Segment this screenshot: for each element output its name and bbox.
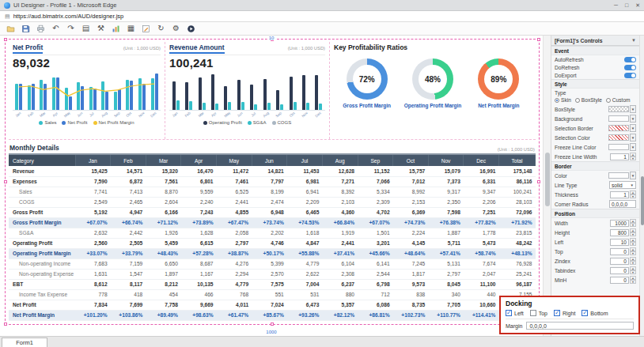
line-type-select[interactable]: solid▼ [609,181,636,189]
dock-checkbox-top[interactable]: Top [530,310,547,316]
table-cell: 2,206 [464,197,499,207]
edit-icon[interactable] [139,23,153,35]
doexport-toggle[interactable] [624,73,636,78]
refresh-icon[interactable]: ↻ [154,23,168,35]
maximize-icon[interactable]: □ [625,2,628,9]
radio-custom[interactable]: Custom [606,97,631,103]
run-icon[interactable] [184,23,198,35]
settings-icon[interactable]: ⚙ [169,23,183,35]
selection-handle[interactable] [537,180,540,183]
bar [199,77,202,110]
ratios-card[interactable]: Key Profitability Ratios 72%Gross Profit… [330,42,536,139]
boxstyle-swatch[interactable] [608,106,629,112]
dock-checkbox-left[interactable]: Left [506,310,524,316]
monthly-details-section[interactable]: Monthly Details (Unit : 1,000 USD) Categ… [9,143,536,322]
chevron-down-icon[interactable]: ▼ [630,124,636,132]
print-icon[interactable] [34,23,47,35]
table-cell: 5,711 [428,238,464,248]
spin-down-icon[interactable]: ▼ [630,242,636,246]
bar-group [234,71,247,110]
zindex-input[interactable]: 0 [610,258,629,265]
freeze-line-width-input[interactable]: 1 [610,153,629,160]
chevron-down-icon[interactable]: ▼ [631,38,636,43]
dock-checkbox-right[interactable]: Right [554,310,575,316]
tabindex-input[interactable]: 0 [610,267,629,274]
width-input[interactable]: 1000 [610,220,629,227]
table-cell: 7,561 [146,176,181,187]
spin-down-icon[interactable]: ▼ [630,280,636,284]
selection-border-swatch[interactable] [608,125,629,131]
dock-checkbox-bottom[interactable]: Bottom [581,310,608,316]
selection-handle[interactable] [271,322,274,326]
autorefresh-toggle[interactable] [624,57,636,62]
dorefresh-toggle[interactable] [624,65,636,70]
net-profit-card[interactable]: Net Profit (Unit : 1,000 USD) 89,032 Jan… [9,42,165,139]
table-icon[interactable]: ▤ [79,23,93,35]
chevron-down-icon[interactable]: ▼ [630,134,636,141]
undo-icon[interactable]: ↶ [49,23,63,35]
table-cell: +74.53% [287,217,323,228]
spin-down-icon[interactable]: ▼ [630,261,636,265]
type-radio-group: SkinBoxStyleCustom [551,96,639,104]
chevron-down-icon[interactable]: ▼ [630,143,636,151]
radio-boxstyle[interactable]: BoxStyle [575,97,602,103]
donut-percent: 89% [478,58,519,100]
close-icon[interactable]: ✕ [635,2,640,9]
table-cell: 2,797 [428,269,464,279]
table-cell: 838 [393,289,429,300]
save-icon[interactable] [19,23,32,35]
top-input[interactable]: 0 [610,248,629,255]
spin-down-icon[interactable]: ▼ [630,232,636,236]
chevron-down-icon[interactable]: ▼ [630,172,636,179]
table-cell: +103.86% [111,310,146,320]
height-input[interactable]: 800 [610,229,629,236]
spin-down-icon[interactable]: ▼ [630,157,636,160]
bar [19,84,22,110]
table-cell: 8,199 [252,187,287,197]
chart-icon[interactable] [109,23,123,35]
docking-margin-input[interactable]: 0,0,0,0 [526,322,634,330]
url-text[interactable]: https://aud.bimatrix.com/AUD/designer.js… [13,13,124,20]
grid-icon[interactable]: ▦ [124,23,138,35]
selection-handle[interactable] [537,38,540,41]
property-row: DoExport [551,71,639,79]
section-title-event: Event [551,46,639,55]
freeze-line-color-swatch[interactable] [608,144,629,150]
minh-input[interactable]: 0 [610,277,629,284]
table-cell: 7,575 [252,279,287,289]
redo-icon[interactable]: ↷ [64,23,78,35]
spin-down-icon[interactable]: ▼ [630,194,636,198]
design-canvas[interactable]: 10 1000 Net Profit (Unit : 1,000 USD) 89… [0,36,543,336]
table-cell: 1,817 [393,269,429,279]
thickness-input[interactable]: 1 [610,191,629,198]
selection-handle[interactable] [4,322,7,326]
selection-handle[interactable] [4,38,7,41]
radio-skin[interactable]: Skin [555,97,571,103]
canvas-scrollbar-thumb[interactable] [545,153,550,206]
spin-down-icon[interactable]: ▼ [630,270,636,274]
tab-form1[interactable]: Form1 [2,338,47,347]
left-input[interactable]: 10 [610,239,629,246]
chevron-down-icon[interactable]: ▼ [630,105,636,113]
minimize-icon[interactable]: ─ [614,2,618,9]
spin-down-icon[interactable]: ▼ [630,251,636,255]
color-swatch[interactable] [608,172,629,179]
table-cell: 6,141 [358,258,393,269]
corner-radius-input[interactable]: 0,0,0,0 [609,200,636,208]
chevron-down-icon[interactable]: ▼ [630,115,636,123]
donut-ring: 72% [347,58,388,100]
table-cell: 340 [428,289,464,300]
column-header: May [217,155,252,166]
table-cell: 6,798 [358,279,393,289]
revenue-card[interactable]: Revenue Amount (Unit : 1,000 USD) 100,24… [165,42,330,139]
table-cell: +57.41% [428,248,464,258]
selection-handle[interactable] [4,180,7,183]
panel-scrollbar-thumb[interactable] [641,176,644,225]
table-cell: 7,245 [393,258,429,269]
selection-color-swatch[interactable] [608,134,629,141]
tools-icon[interactable]: ⚒ [94,23,108,35]
open-folder-icon[interactable] [4,23,17,35]
background-swatch[interactable] [608,115,629,122]
spin-down-icon[interactable]: ▼ [630,223,636,227]
table-cell: +73.89% [181,217,217,228]
